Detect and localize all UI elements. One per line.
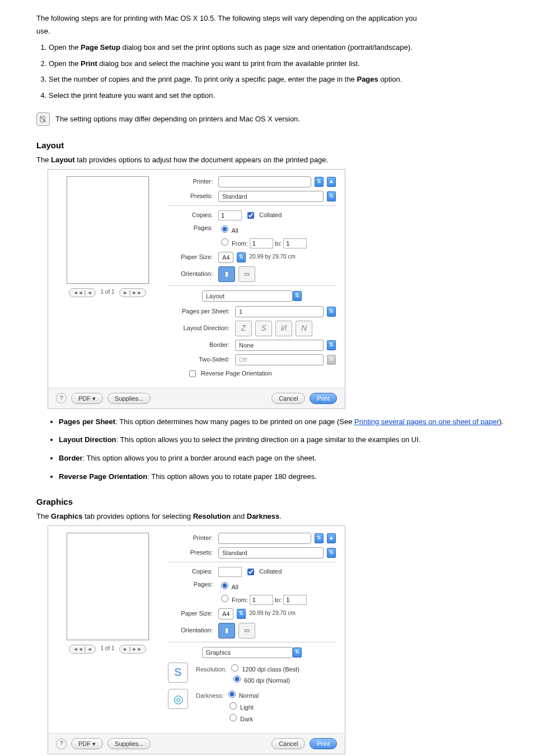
bullet-pps-end: ). (499, 417, 504, 426)
graphics-intro-a: The (36, 512, 51, 520)
darkness-dark-radio[interactable] (229, 714, 237, 721)
copies-input[interactable] (218, 210, 242, 220)
printer-info-button[interactable]: ▲ (327, 177, 336, 187)
printer-label-2: Printer: (168, 534, 213, 543)
panel-section-select-2[interactable]: Graphics (202, 647, 293, 658)
orientation-landscape-2[interactable]: ▭ (238, 623, 255, 638)
from-label-2: From: (232, 597, 248, 603)
printer-select[interactable] (218, 176, 311, 187)
layout-dir-4[interactable]: N (296, 321, 312, 336)
paper-dimensions: 20.99 by 29.70 cm (249, 253, 295, 261)
presets-select-2[interactable]: Standard (218, 547, 324, 558)
layout-dir-3[interactable]: И (275, 321, 292, 336)
printer-select-2[interactable] (218, 533, 311, 544)
darkness-light-radio[interactable] (229, 702, 237, 710)
note-text: The setting options may differ depending… (55, 112, 300, 125)
intro-line-1: The following steps are for printing wit… (36, 13, 506, 24)
preview-prev[interactable]: ◄◄ | ◄ (69, 288, 96, 297)
darkness-normal-radio[interactable] (228, 691, 236, 698)
darkness-label: Darkness: (196, 692, 224, 699)
border-arrows-icon[interactable]: ⇅ (327, 340, 336, 350)
step4: Select the print feature you want and se… (49, 91, 215, 100)
copies-label-2: Copies: (168, 567, 213, 576)
darkness-light-label: Light (240, 704, 254, 711)
collated-checkbox-2[interactable] (247, 569, 254, 575)
panel-section-arrows-2-icon[interactable]: ⇅ (293, 647, 302, 658)
pages-all-radio[interactable] (221, 226, 228, 233)
print-dialog-graphics: ◄◄ | ◄ 1 of 1 ► | ►► Printer: ⇅ ▲ Preset… (48, 525, 345, 755)
pages-from-radio-2[interactable] (221, 595, 228, 602)
layout-intro-a: The (36, 156, 51, 164)
pages-per-sheet-select[interactable]: 1 (235, 306, 324, 317)
graphics-intro-c: tab provides options for selecting (82, 512, 193, 520)
printer-info-button-2[interactable]: ▲ (327, 533, 336, 543)
print-button[interactable]: Print (310, 393, 337, 404)
darkness-dark-label: Dark (240, 716, 253, 722)
from-input-2[interactable] (250, 595, 273, 605)
papersize-label-2: Paper Size: (168, 609, 213, 618)
to-input[interactable] (283, 238, 307, 248)
presets-arrows-2-icon[interactable]: ⇅ (327, 548, 336, 558)
papersize-select[interactable]: A4 (218, 252, 233, 263)
reverse-orientation-label: Reverse Page Orientation (201, 369, 272, 378)
help-button[interactable]: ? (56, 393, 67, 403)
presets-arrows-icon[interactable]: ⇅ (327, 191, 336, 201)
printer-select-arrows-icon[interactable]: ⇅ (315, 177, 324, 187)
papersize-select-2[interactable]: A4 (218, 608, 233, 619)
presets-select[interactable]: Standard (218, 191, 324, 202)
cancel-button[interactable]: Cancel (271, 393, 305, 404)
pages-per-sheet-label: Pages per Sheet: (168, 307, 229, 316)
pages-all-label-2: All (231, 584, 238, 590)
pages-from-radio[interactable] (221, 238, 228, 246)
section-layout-title: Layout (36, 139, 506, 152)
cancel-button-2[interactable]: Cancel (271, 738, 305, 749)
preview-next[interactable]: ► | ►► (119, 288, 146, 297)
pdf-menu-button[interactable]: PDF ▾ (71, 393, 103, 404)
twosided-label: Two-Sided: (168, 355, 229, 364)
from-input[interactable] (250, 238, 273, 248)
pages-all-radio-2[interactable] (221, 582, 228, 589)
graphics-intro-b: Graphics (51, 512, 82, 520)
pps-arrows-icon[interactable]: ⇅ (327, 307, 336, 317)
help-button-2[interactable]: ? (56, 739, 67, 749)
reverse-orientation-checkbox[interactable] (189, 370, 196, 377)
collated-checkbox[interactable] (247, 212, 254, 219)
bullet-lyd-text: : This option allows you to select the p… (116, 435, 421, 444)
collated-label: Collated (259, 211, 282, 220)
print-preview (67, 176, 149, 284)
to-input-2[interactable] (283, 595, 307, 605)
orientation-portrait-button[interactable]: ▮ (218, 266, 235, 282)
papersize-arrows-icon[interactable]: ⇅ (237, 252, 246, 262)
supplies-button-2[interactable]: Supplies... (107, 738, 151, 749)
orientation-portrait-2[interactable]: ▮ (218, 623, 235, 638)
orientation-label-2: Orientation: (168, 626, 213, 635)
paper-dimensions-2: 20.99 by 29.70 cm (249, 609, 295, 618)
graphics-intro-d: Resolution (193, 512, 231, 520)
graphics-intro-g: . (279, 512, 282, 520)
layout-intro-b: Layout (51, 156, 75, 164)
preview-next-2[interactable]: ► | ►► (119, 645, 146, 654)
preview-prev-2[interactable]: ◄◄ | ◄ (69, 645, 96, 654)
resolution-1200-radio[interactable] (231, 664, 238, 672)
border-label: Border: (168, 341, 229, 350)
layout-dir-2[interactable]: S (255, 321, 272, 336)
collated-label-2: Collated (259, 567, 282, 576)
panel-section-select[interactable]: Layout (202, 290, 293, 302)
papersize-arrows-2-icon[interactable]: ⇅ (237, 609, 246, 619)
resolution-600-radio[interactable] (233, 675, 241, 683)
layout-dir-1[interactable]: Z (235, 321, 252, 336)
pps-link[interactable]: Printing several pages on one sheet of p… (354, 417, 499, 426)
border-select[interactable]: None (235, 340, 324, 351)
step2-b: Print (81, 59, 97, 68)
copies-input-2[interactable] (218, 567, 242, 577)
pdf-menu-button-2[interactable]: PDF ▾ (71, 738, 103, 749)
orientation-label: Orientation: (168, 270, 213, 279)
step3-c: option. (378, 75, 402, 83)
orientation-landscape-button[interactable]: ▭ (238, 266, 255, 282)
graphics-intro-f: Darkness (247, 512, 280, 520)
printer-arrows-2-icon[interactable]: ⇅ (315, 533, 324, 543)
panel-section-arrows-icon[interactable]: ⇅ (293, 291, 302, 301)
print-button-2[interactable]: Print (310, 738, 337, 749)
supplies-button[interactable]: Supplies... (107, 393, 151, 404)
bullet-lyd-title: Layout Direction (59, 435, 116, 444)
